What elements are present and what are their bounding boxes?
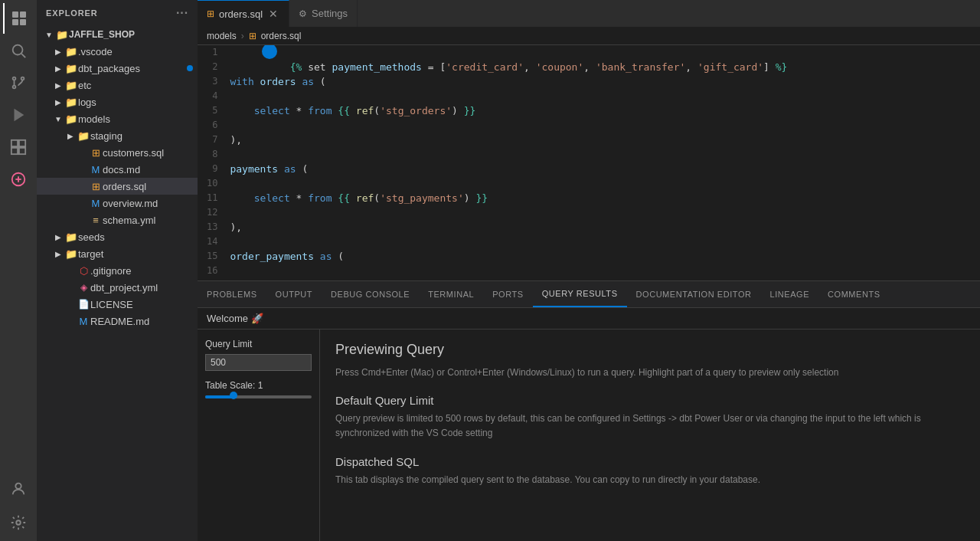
sidebar-item-models[interactable]: ▼ 📁 models [37, 110, 198, 127]
sidebar-item-overview-md[interactable]: ▶ M overview.md [37, 195, 198, 211]
dispatched-sql-title: Dispatched SQL [335, 455, 965, 468]
activity-bar [0, 0, 37, 541]
breadcrumb-icon: ⊞ [249, 31, 256, 41]
svg-point-7 [13, 86, 16, 89]
sidebar-root-folder[interactable]: ▼ 📁 JAFFLE_SHOP [37, 26, 198, 43]
main-area: ⊞ orders.sql ✕ ⚙ Settings models › ⊞ ord… [198, 0, 980, 541]
sidebar-item-gitignore[interactable]: ▶ ⬡ .gitignore [37, 262, 198, 279]
code-line [230, 205, 965, 220]
folder-icon: 📁 [77, 130, 90, 142]
accounts-icon[interactable] [3, 474, 34, 504]
panel-tab-ports[interactable]: PORTS [483, 281, 532, 307]
sidebar-content: ▼ 📁 JAFFLE_SHOP ▶ 📁 .vscode ▶ 📁 dbt_pack… [37, 26, 198, 541]
settings-icon[interactable] [3, 507, 34, 538]
breadcrumb-file[interactable]: orders.sql [261, 31, 302, 41]
svg-rect-11 [19, 140, 25, 146]
chevron-right-icon: ▶ [52, 81, 64, 90]
query-results-main: Previewing Query Press Cmd+Enter (Mac) o… [320, 330, 980, 541]
welcome-tab[interactable]: Welcome 🚀 [198, 308, 980, 330]
code-line: select * from {{ ref('stg_orders') }} [230, 103, 965, 118]
sidebar-item-orders-sql[interactable]: ▶ ⊞ orders.sql [37, 178, 198, 195]
sidebar-item-dbt-project-yml[interactable]: ▶ ◈ dbt_project.yml [37, 279, 198, 296]
chevron-right-icon: ▶ [52, 233, 64, 241]
code-content: {% set payment_methods = ['credit_card',… [230, 45, 980, 280]
text-file-icon: 📄 [77, 299, 90, 310]
cursor-indicator [262, 45, 277, 59]
sidebar-header: EXPLORER ··· [37, 0, 198, 26]
sidebar-item-schema-yml[interactable]: ▶ ≡ schema.yml [37, 211, 198, 228]
code-line: order_payments as ( [230, 249, 965, 264]
explorer-icon[interactable] [3, 3, 34, 34]
search-icon[interactable] [3, 35, 34, 66]
breadcrumb-models[interactable]: models [207, 31, 237, 41]
dbt-icon[interactable] [3, 164, 34, 195]
folder-icon: 📁 [64, 80, 78, 91]
panel-tab-problems[interactable]: PROBLEMS [198, 281, 266, 307]
sidebar-item-dbt-packages[interactable]: ▶ 📁 dbt_packages [37, 60, 198, 77]
panel-tab-terminal[interactable]: TERMINAL [419, 281, 483, 307]
tab-label: Settings [312, 8, 348, 19]
extensions-icon[interactable] [3, 132, 34, 162]
sidebar-item-target[interactable]: ▶ 📁 target [37, 245, 198, 262]
sidebar-item-customers-sql[interactable]: ▶ ⊞ customers.sql [37, 144, 198, 161]
sql-tab-icon: ⊞ [207, 8, 214, 19]
svg-marker-9 [15, 109, 24, 122]
sidebar-item-license[interactable]: ▶ 📄 LICENSE [37, 296, 198, 313]
sidebar-item-vscode[interactable]: ▶ 📁 .vscode [37, 43, 198, 60]
chevron-right-icon: ▶ [52, 250, 64, 258]
table-scale-label: Table Scale: 1 [205, 380, 312, 391]
close-tab-button[interactable]: ✕ [267, 6, 279, 21]
welcome-tab-label: Welcome 🚀 [207, 313, 263, 324]
folder-icon: 📁 [64, 63, 78, 74]
panel-tab-output[interactable]: OUTPUT [266, 281, 322, 307]
tab-settings[interactable]: ⚙ Settings [289, 0, 358, 27]
svg-point-6 [13, 77, 16, 80]
code-line: select * from {{ ref('stg_payments') }} [230, 191, 965, 205]
tab-orders-sql[interactable]: ⊞ orders.sql ✕ [198, 0, 289, 27]
sidebar-item-readme-md[interactable]: ▶ M README.md [37, 313, 198, 330]
svg-rect-2 [12, 19, 18, 25]
git-file-icon: ⬡ [77, 265, 90, 277]
svg-rect-3 [20, 19, 26, 25]
panel-tab-documentation-editor[interactable]: DOCUMENTATION EDITOR [627, 281, 761, 307]
code-line [230, 89, 965, 103]
panel-tab-comments[interactable]: COMMENTS [818, 281, 890, 307]
sidebar-title: EXPLORER [46, 8, 98, 18]
sidebar-item-logs[interactable]: ▶ 📁 logs [37, 93, 198, 110]
svg-line-5 [21, 54, 25, 57]
expand-arrow-icon: ▼ [43, 31, 55, 39]
panel-tab-query-results[interactable]: QUERY RESULTS [533, 281, 627, 307]
table-scale-slider[interactable] [205, 394, 312, 400]
run-debug-icon[interactable] [3, 100, 34, 130]
sidebar-item-staging[interactable]: ▶ 📁 staging [37, 127, 198, 144]
breadcrumb-separator: › [241, 31, 244, 41]
dbt-file-icon: ◈ [77, 282, 90, 293]
slider-thumb[interactable] [230, 392, 237, 399]
tab-label: orders.sql [219, 8, 263, 20]
query-limit-section-title: Default Query Limit [335, 394, 965, 407]
folder-icon: 📁 [55, 29, 69, 41]
sidebar-item-docs-md[interactable]: ▶ M docs.md [37, 161, 198, 178]
panel-tab-debug-console[interactable]: DEBUG CONSOLE [322, 281, 419, 307]
sidebar-menu-button[interactable]: ··· [176, 6, 188, 20]
code-line [230, 118, 965, 133]
svg-rect-10 [11, 140, 18, 146]
dispatched-sql-text: This tab displays the compiled query sen… [335, 473, 965, 487]
svg-point-17 [15, 484, 21, 489]
tab-bar: ⊞ orders.sql ✕ ⚙ Settings [198, 0, 980, 27]
code-line: ), [230, 220, 965, 234]
chevron-right-icon: ▶ [52, 98, 64, 107]
query-limit-input[interactable] [205, 354, 312, 371]
code-line: select [230, 278, 965, 280]
panel-tab-lineage[interactable]: LINEAGE [760, 281, 818, 307]
sidebar-item-etc[interactable]: ▶ 📁 etc [37, 77, 198, 93]
svg-point-18 [16, 520, 21, 525]
editor-container: 12345 678910 1112131415 1617181920 2122 … [198, 45, 980, 541]
code-line [230, 60, 965, 74]
sidebar-item-seeds[interactable]: ▶ 📁 seeds [37, 228, 198, 245]
source-control-icon[interactable] [3, 67, 34, 98]
md-file-icon: M [89, 198, 103, 209]
query-limit-label: Query Limit [205, 339, 312, 349]
svg-point-8 [21, 77, 24, 80]
code-editor[interactable]: 12345 678910 1112131415 1617181920 2122 … [198, 45, 980, 280]
